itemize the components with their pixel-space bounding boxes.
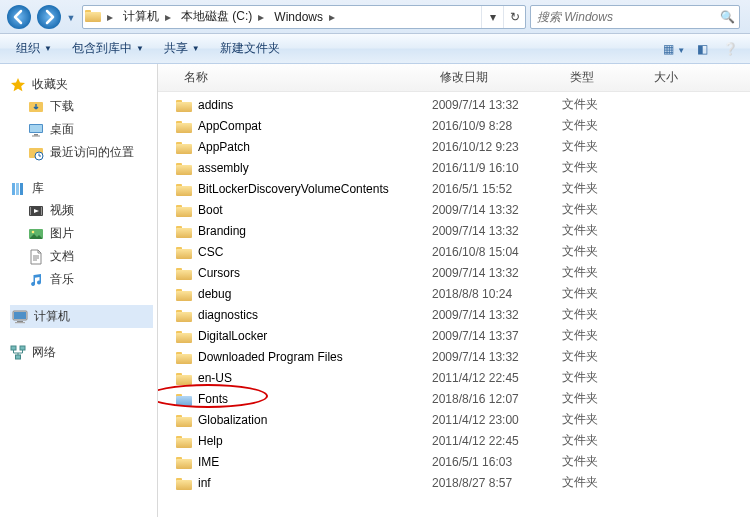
svg-rect-4 — [30, 125, 42, 132]
help-button[interactable]: ❔ — [716, 42, 744, 56]
table-row[interactable]: Cursors2009/7/14 13:32文件夹 — [158, 262, 750, 283]
folder-icon — [176, 371, 192, 385]
file-date: 2009/7/14 13:37 — [432, 329, 562, 343]
file-name: Boot — [198, 203, 223, 217]
table-row[interactable]: DigitalLocker2009/7/14 13:37文件夹 — [158, 325, 750, 346]
sidebar-libraries[interactable]: 库 — [10, 178, 153, 199]
file-name: debug — [198, 287, 231, 301]
new-folder-button[interactable]: 新建文件夹 — [210, 40, 290, 57]
organize-button[interactable]: 组织▼ — [6, 40, 62, 57]
sidebar-network[interactable]: 网络 — [10, 342, 153, 363]
table-row[interactable]: Help2011/4/12 22:45文件夹 — [158, 430, 750, 451]
file-type: 文件夹 — [562, 180, 646, 197]
sidebar-item-music[interactable]: 音乐 — [10, 268, 153, 291]
sidebar-item-videos[interactable]: 视频 — [10, 199, 153, 222]
file-type: 文件夹 — [562, 201, 646, 218]
file-type: 文件夹 — [562, 117, 646, 134]
nav-forward-button[interactable] — [34, 4, 64, 30]
table-row[interactable]: inf2018/8/27 8:57文件夹 — [158, 472, 750, 493]
view-options-button[interactable]: ▦ ▼ — [660, 42, 688, 56]
table-row[interactable]: AppPatch2016/10/12 9:23文件夹 — [158, 136, 750, 157]
table-row[interactable]: en-US2011/4/12 22:45文件夹 — [158, 367, 750, 388]
sidebar-item-desktop[interactable]: 桌面 — [10, 118, 153, 141]
search-input[interactable] — [531, 10, 715, 24]
breadcrumb-computer[interactable]: 计算机 — [117, 8, 161, 25]
svg-rect-11 — [20, 183, 23, 195]
table-row[interactable]: diagnostics2009/7/14 13:32文件夹 — [158, 304, 750, 325]
file-list[interactable]: addins2009/7/14 13:32文件夹AppCompat2016/10… — [158, 92, 750, 517]
sidebar-computer-label: 计算机 — [34, 308, 70, 325]
share-button[interactable]: 共享▼ — [154, 40, 210, 57]
table-row[interactable]: Globalization2011/4/12 23:00文件夹 — [158, 409, 750, 430]
table-row[interactable]: assembly2016/11/9 16:10文件夹 — [158, 157, 750, 178]
breadcrumb-drive[interactable]: 本地磁盘 (C:) — [175, 8, 254, 25]
folder-icon — [176, 140, 192, 154]
table-row[interactable]: BitLockerDiscoveryVolumeContents2016/5/1… — [158, 178, 750, 199]
sidebar-favorites[interactable]: 收藏夹 — [10, 74, 153, 95]
file-date: 2009/7/14 13:32 — [432, 350, 562, 364]
address-dropdown[interactable]: ▾ — [481, 6, 503, 28]
file-date: 2009/7/14 13:32 — [432, 308, 562, 322]
folder-icon — [176, 98, 192, 112]
chevron-right-icon[interactable]: ▸ — [103, 10, 117, 24]
chevron-right-icon[interactable]: ▸ — [161, 10, 175, 24]
file-name: assembly — [198, 161, 249, 175]
folder-icon — [176, 413, 192, 427]
sidebar-favorites-label: 收藏夹 — [32, 76, 68, 93]
file-name: Fonts — [198, 392, 228, 406]
svg-rect-19 — [17, 321, 23, 322]
folder-icon — [176, 224, 192, 238]
refresh-button[interactable]: ↻ — [503, 6, 525, 28]
nav-history-dropdown[interactable]: ▼ — [64, 4, 78, 30]
file-name: inf — [198, 476, 211, 490]
column-type[interactable]: 类型 — [562, 69, 646, 86]
svg-rect-9 — [12, 183, 15, 195]
include-in-library-button[interactable]: 包含到库中▼ — [62, 40, 154, 57]
svg-rect-21 — [11, 346, 16, 350]
sidebar-network-label: 网络 — [32, 344, 56, 361]
svg-rect-6 — [32, 135, 40, 136]
file-type: 文件夹 — [562, 474, 646, 491]
sidebar-item-downloads[interactable]: 下载 — [10, 95, 153, 118]
file-type: 文件夹 — [562, 264, 646, 281]
chevron-right-icon[interactable]: ▸ — [325, 10, 339, 24]
svg-rect-13 — [30, 207, 31, 215]
file-date: 2016/10/12 9:23 — [432, 140, 562, 154]
preview-pane-button[interactable]: ◧ — [688, 42, 716, 56]
chevron-right-icon[interactable]: ▸ — [254, 10, 268, 24]
breadcrumb-folder[interactable]: Windows — [268, 10, 325, 24]
table-row[interactable]: Downloaded Program Files2009/7/14 13:32文… — [158, 346, 750, 367]
table-row[interactable]: AppCompat2016/10/9 8:28文件夹 — [158, 115, 750, 136]
column-name[interactable]: 名称 — [176, 69, 432, 86]
table-row[interactable]: IME2016/5/1 16:03文件夹 — [158, 451, 750, 472]
file-name: AppPatch — [198, 140, 250, 154]
column-date[interactable]: 修改日期 — [432, 69, 562, 86]
sidebar-item-recent[interactable]: 最近访问的位置 — [10, 141, 153, 164]
table-row[interactable]: Boot2009/7/14 13:32文件夹 — [158, 199, 750, 220]
search-box[interactable]: 🔍 — [530, 5, 740, 29]
table-row[interactable]: Fonts2018/8/16 12:07文件夹 — [158, 388, 750, 409]
sidebar-item-documents[interactable]: 文档 — [10, 245, 153, 268]
file-type: 文件夹 — [562, 390, 646, 407]
sidebar-computer[interactable]: 计算机 — [10, 305, 153, 328]
file-date: 2016/11/9 16:10 — [432, 161, 562, 175]
sidebar-item-pictures[interactable]: 图片 — [10, 222, 153, 245]
table-row[interactable]: Branding2009/7/14 13:32文件夹 — [158, 220, 750, 241]
file-name: en-US — [198, 371, 232, 385]
file-date: 2009/7/14 13:32 — [432, 98, 562, 112]
nav-back-button[interactable] — [4, 4, 34, 30]
file-type: 文件夹 — [562, 285, 646, 302]
folder-icon — [83, 8, 103, 25]
address-bar[interactable]: ▸ 计算机 ▸ 本地磁盘 (C:) ▸ Windows ▸ ▾ ↻ — [82, 5, 526, 29]
column-size[interactable]: 大小 — [646, 69, 716, 86]
folder-icon — [176, 119, 192, 133]
file-name: DigitalLocker — [198, 329, 267, 343]
table-row[interactable]: CSC2016/10/8 15:04文件夹 — [158, 241, 750, 262]
table-row[interactable]: addins2009/7/14 13:32文件夹 — [158, 94, 750, 115]
file-type: 文件夹 — [562, 369, 646, 386]
folder-icon — [176, 308, 192, 322]
file-date: 2018/8/27 8:57 — [432, 476, 562, 490]
table-row[interactable]: debug2018/8/8 10:24文件夹 — [158, 283, 750, 304]
folder-icon — [176, 287, 192, 301]
folder-icon — [176, 434, 192, 448]
